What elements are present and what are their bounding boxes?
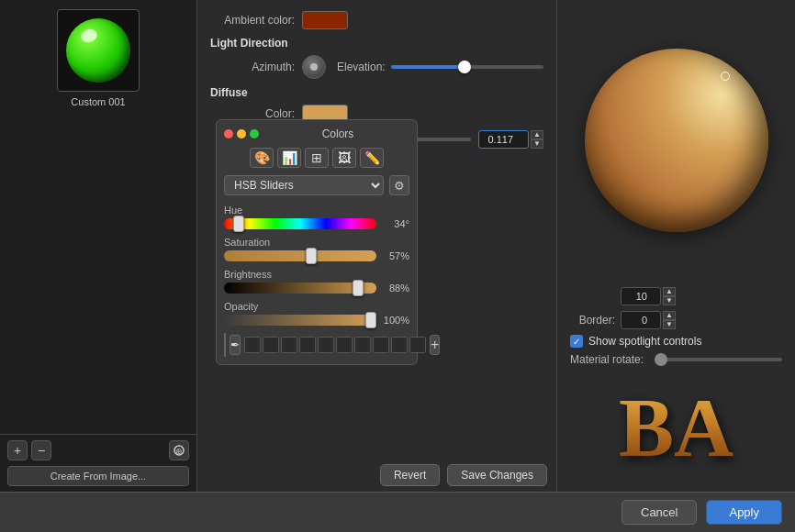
num-stepper-1: ▲ ▼ — [663, 287, 676, 305]
material-rotate-slider[interactable] — [655, 358, 782, 361]
color-image-btn[interactable]: 🖼 — [332, 148, 356, 168]
swatch-9[interactable] — [391, 337, 408, 353]
apply-button[interactable]: Apply — [706, 500, 782, 525]
save-area: Revert Save Changes — [380, 464, 547, 486]
hue-row: Hue 34° — [224, 205, 409, 229]
colors-icons-row: 🎨 📊 ⊞ 🖼 ✏️ — [224, 148, 409, 168]
import-button[interactable]: ⊕ — [169, 440, 189, 460]
cancel-button[interactable]: Cancel — [621, 500, 697, 525]
brightness-value: 88% — [382, 283, 409, 294]
num-up-1[interactable]: ▲ — [663, 287, 676, 296]
swatch-3[interactable] — [281, 337, 297, 353]
brightness-label: Brightness — [224, 269, 409, 280]
brightness-track-row: 88% — [224, 283, 409, 294]
numeric-border-row: Border: ▲ ▼ — [570, 311, 782, 329]
svg-text:⊕: ⊕ — [175, 447, 183, 456]
opacity-slider[interactable]: ▲ — [224, 315, 376, 326]
minimize-btn[interactable] — [237, 129, 246, 139]
left-panel-bottom: + − ⊕ Create From Image... — [0, 434, 196, 492]
azimuth-label: Azimuth: — [210, 61, 302, 73]
diffuse-color-label: Color: — [210, 107, 302, 120]
border-down[interactable]: ▼ — [663, 320, 676, 329]
revert-button[interactable]: Revert — [380, 464, 440, 486]
azimuth-row: Azimuth: Elevation: — [210, 55, 543, 79]
ambient-label: Ambient color: — [210, 14, 302, 27]
hue-thumb[interactable] — [233, 216, 244, 232]
border-label-2: Border: — [570, 314, 621, 327]
left-panel: Custom 001 + − ⊕ Create From Image... — [0, 0, 197, 492]
saturation-label: Saturation — [224, 237, 409, 248]
light-direction-header: Light Direction — [210, 37, 543, 50]
shininess-up-btn[interactable]: ▲ — [531, 130, 543, 139]
colors-bottom: ✒ + — [224, 333, 409, 357]
eyedropper-button[interactable]: ✒ — [230, 335, 241, 355]
saturation-row: Saturation 57% — [224, 237, 409, 261]
maximize-btn[interactable] — [250, 129, 259, 139]
current-color-swatch[interactable] — [224, 333, 226, 357]
saturation-thumb[interactable] — [306, 248, 317, 264]
brightness-row: Brightness 88% — [224, 269, 409, 294]
num-down-1[interactable]: ▼ — [663, 296, 676, 305]
material-preview[interactable] — [57, 9, 140, 92]
material-rotate-row: Material rotate: — [570, 353, 782, 366]
colors-panel-header: Colors — [224, 127, 409, 140]
color-sliders-btn active[interactable]: 📊 — [277, 148, 301, 168]
brightness-slider[interactable] — [224, 283, 376, 294]
material-name-label: Custom 001 — [71, 96, 125, 107]
ambient-color-row: Ambient color: — [210, 11, 543, 29]
swatch-7[interactable] — [354, 337, 371, 353]
left-panel-controls: + − ⊕ — [7, 440, 189, 460]
shininess-input[interactable]: 0.117 — [478, 130, 529, 149]
opacity-track-row: ▲ 100% — [224, 315, 409, 326]
shininess-down-btn[interactable]: ▼ — [531, 139, 543, 149]
add-material-button[interactable]: + — [7, 440, 28, 460]
material-rotate-label: Material rotate: — [570, 353, 644, 366]
brightness-thumb[interactable] — [353, 280, 364, 296]
color-wheel-btn[interactable]: 🎨 — [250, 148, 274, 168]
swatch-5[interactable] — [318, 337, 334, 353]
elevation-track[interactable] — [391, 65, 543, 69]
top-area: Custom 001 + − ⊕ Create From Image... — [0, 0, 795, 492]
material-rotate-thumb[interactable] — [655, 353, 667, 366]
swatch-8[interactable] — [373, 337, 389, 353]
border-input[interactable] — [621, 311, 661, 329]
sphere-preview-area — [557, 0, 795, 280]
border-up[interactable]: ▲ — [663, 311, 676, 320]
save-changes-button[interactable]: Save Changes — [447, 464, 547, 486]
hue-slider[interactable] — [224, 218, 376, 229]
swatch-6[interactable] — [336, 337, 353, 353]
remove-material-button[interactable]: − — [31, 440, 51, 460]
middle-panel: Ambient color: Light Direction Azimuth: … — [197, 0, 556, 492]
opacity-value: 100% — [382, 315, 409, 326]
pencil-btn[interactable]: ✏️ — [360, 148, 384, 168]
create-from-image-button[interactable]: Create From Image... — [7, 466, 189, 486]
elevation-thumb[interactable] — [458, 61, 471, 73]
traffic-lights — [224, 129, 259, 139]
swatch-4[interactable] — [299, 337, 316, 353]
close-btn[interactable] — [224, 129, 233, 139]
gear-button[interactable]: ⚙ — [389, 175, 409, 195]
saturation-value: 57% — [382, 250, 409, 261]
spotlight-checkbox[interactable] — [570, 335, 583, 348]
num-input-1[interactable] — [621, 287, 661, 305]
swatch-1[interactable] — [244, 337, 261, 353]
hue-value: 34° — [382, 218, 409, 229]
color-palette-btn[interactable]: ⊞ — [305, 148, 329, 168]
azimuth-dial[interactable] — [302, 55, 326, 79]
hsb-select-row: HSB Sliders RGB Sliders CMYK Sliders ⚙ — [224, 175, 409, 195]
hsb-mode-select[interactable]: HSB Sliders RGB Sliders CMYK Sliders — [224, 175, 384, 195]
swatch-10[interactable] — [409, 337, 426, 353]
add-swatch-button[interactable]: + — [430, 335, 440, 355]
opacity-thumb[interactable]: ▲ — [365, 312, 376, 328]
sphere-highlight — [721, 72, 730, 81]
spotlight-row: Show spotlight controls — [570, 335, 782, 348]
saturation-slider[interactable] — [224, 250, 376, 261]
spotlight-label: Show spotlight controls — [588, 335, 701, 348]
swatch-2[interactable] — [263, 337, 279, 353]
right-panel: ▲ ▼ Border: ▲ ▼ — [556, 0, 795, 492]
bottom-bar: Cancel Apply — [0, 492, 795, 532]
opacity-row: Opacity ▲ 100% — [224, 301, 409, 326]
elevation-label: Elevation: — [337, 61, 386, 73]
ambient-color-swatch[interactable] — [302, 11, 348, 29]
right-controls: ▲ ▼ Border: ▲ ▼ — [557, 280, 795, 492]
